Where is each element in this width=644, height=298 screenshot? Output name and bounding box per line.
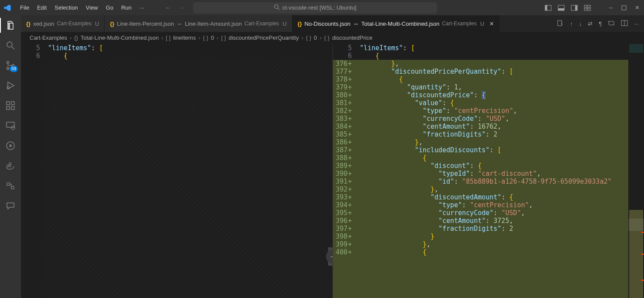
line-number: 388+	[333, 154, 356, 162]
code-line[interactable]: 391+ "id": "85b889b1-a126-4758-9f75-6509…	[333, 178, 644, 185]
code-line[interactable]: 6 {	[333, 52, 644, 60]
timeline-icon[interactable]	[5, 140, 16, 151]
right-code-area[interactable]: 376+ },377+ "discountedPricePerQuantity"…	[333, 60, 644, 298]
maximize-icon[interactable]	[620, 4, 627, 11]
breadcrumb-item[interactable]: Total-Line-Multi-Combined.json	[81, 34, 159, 41]
command-center[interactable]: ct-vscode-rest [WSL: Ubuntu]	[193, 2, 437, 14]
code-line[interactable]: 393+ "discountedAmount": {	[333, 193, 644, 201]
minimap[interactable]	[628, 44, 644, 298]
diff-arrow-icon: ↔	[176, 21, 182, 27]
title-layout-controls: ─ ✕	[545, 4, 641, 11]
menu-run[interactable]: Run	[118, 3, 135, 13]
code-line[interactable]: 398+ }	[333, 233, 644, 240]
code-line[interactable]: 386+ },	[333, 138, 644, 146]
code-line[interactable]: 385+ "fractionDigits": 2	[333, 130, 644, 138]
line-content: }	[356, 233, 435, 240]
nav-forward-icon[interactable]: →	[179, 4, 184, 11]
breadcrumb-item[interactable]: 0	[314, 34, 317, 41]
code-line[interactable]: 384+ "centAmount": 16762,	[333, 123, 644, 130]
go-to-file-icon[interactable]	[557, 20, 564, 28]
menu-view[interactable]: View	[82, 3, 102, 13]
menu-selection[interactable]: Selection	[51, 3, 81, 13]
tab[interactable]: {}No-Discounts.json↔Total-Line-Multi-Com…	[292, 15, 500, 32]
search-activity-icon[interactable]	[5, 40, 16, 51]
line-content: "lineItems": [	[44, 44, 103, 52]
tab-folder: Cart-Examples	[442, 21, 477, 27]
close-window-icon[interactable]: ✕	[634, 4, 641, 11]
code-line[interactable]: 388+ {	[333, 154, 644, 162]
menu-file[interactable]: File	[17, 3, 33, 13]
layout-sidebar-right-icon[interactable]	[571, 4, 578, 11]
code-line[interactable]: 389+ "discount": {	[333, 162, 644, 170]
tab[interactable]: {}Line-Item-Percent.json↔Line-Item-Amoun…	[105, 15, 292, 32]
more-actions-icon[interactable]: ···	[634, 21, 639, 27]
code-line[interactable]: 396+ "centAmount": 3725,	[333, 217, 644, 225]
breadcrumb[interactable]: Cart-Examples›{}Total-Line-Multi-Combine…	[21, 32, 644, 44]
layout-sidebar-left-icon[interactable]	[545, 4, 552, 11]
line-number: 6	[21, 52, 44, 60]
layout-panel-icon[interactable]	[558, 4, 565, 11]
code-line[interactable]: 376+ },	[333, 60, 644, 68]
code-line[interactable]: 394+ "type": "centPrecision",	[333, 201, 644, 209]
tab[interactable]: {}xed.jsonCart-ExamplesU	[21, 15, 105, 32]
run-debug-icon[interactable]	[5, 80, 16, 91]
breadcrumb-item[interactable]: discountedPricePerQuantity	[228, 34, 298, 41]
diff-right-pane: → 5"lineItems": [6 { 376+ },377+ "discou…	[333, 44, 644, 298]
code-line[interactable]: 377+ "discountedPricePerQuantity": [	[333, 68, 644, 75]
svg-point-13	[7, 42, 12, 47]
breadcrumb-item[interactable]: Cart-Examples	[30, 34, 67, 41]
command-center-label: ct-vscode-rest [WSL: Ubuntu]	[282, 4, 356, 11]
line-content: "lineItems": [	[356, 44, 415, 52]
code-line[interactable]: 379+ "quantity": 1,	[333, 83, 644, 91]
next-change-icon[interactable]: ↓	[579, 21, 582, 27]
split-icon[interactable]	[621, 20, 628, 28]
whitespace-icon[interactable]: ¶	[599, 21, 602, 27]
code-line[interactable]: 387+ "includedDiscounts": [	[333, 146, 644, 154]
code-line[interactable]: 381+ "value": {	[333, 99, 644, 107]
line-content: },	[356, 138, 423, 146]
customize-layout-icon[interactable]	[584, 4, 591, 11]
line-number: 384+	[333, 123, 356, 130]
tab-title: xed.json	[33, 21, 54, 27]
code-line[interactable]: 395+ "currencyCode": "USD",	[333, 209, 644, 217]
code-line[interactable]: 399+ },	[333, 240, 644, 248]
code-line[interactable]: 390+ "typeId": "cart-discount",	[333, 170, 644, 178]
remote-explorer-icon[interactable]	[5, 120, 16, 131]
chat-icon[interactable]	[5, 200, 16, 212]
breadcrumb-item[interactable]: 0	[211, 34, 214, 41]
code-line[interactable]: 5"lineItems": [	[21, 44, 332, 52]
prev-change-icon[interactable]: ↑	[570, 21, 573, 27]
code-line[interactable]: 392+ },	[333, 185, 644, 193]
svg-line-1	[278, 8, 280, 10]
code-line[interactable]: 6 {	[21, 52, 332, 60]
line-number: 381+	[333, 99, 356, 107]
code-line[interactable]: 378+ {	[333, 75, 644, 83]
left-code-area[interactable]	[21, 60, 332, 298]
svg-rect-23	[11, 102, 14, 105]
menu-···[interactable]: ···	[136, 3, 148, 13]
docker-icon[interactable]	[5, 160, 16, 171]
code-line[interactable]: 400+ {	[333, 248, 644, 256]
json-icon: {}	[298, 21, 302, 27]
minimize-icon[interactable]: ─	[607, 4, 614, 11]
breadcrumb-item[interactable]: discountedPrice	[332, 34, 373, 41]
code-line[interactable]: 382+ "type": "centPrecision",	[333, 107, 644, 115]
extensions-icon[interactable]	[5, 100, 16, 111]
source-control-icon[interactable]: 59	[5, 60, 16, 71]
svg-point-25	[11, 126, 15, 130]
menu-edit[interactable]: Edit	[34, 3, 50, 13]
code-line[interactable]: 397+ "fractionDigits": 2	[333, 225, 644, 233]
ports-icon[interactable]	[5, 180, 16, 192]
code-line[interactable]: 383+ "currencyCode": "USD",	[333, 115, 644, 123]
close-tab-icon[interactable]: ✕	[489, 21, 494, 27]
code-line[interactable]: 5"lineItems": [	[333, 44, 644, 52]
swap-icon[interactable]: ⇄	[588, 21, 593, 27]
line-content: "includedDiscounts": [	[356, 146, 502, 154]
breadcrumb-separator-icon: ›	[70, 34, 71, 41]
map-icon[interactable]	[608, 20, 615, 28]
nav-back-icon[interactable]: ←	[165, 4, 171, 11]
breadcrumb-item[interactable]: lineItems	[173, 34, 196, 41]
menu-go[interactable]: Go	[102, 3, 117, 13]
explorer-icon[interactable]	[5, 20, 16, 31]
code-line[interactable]: 380+ "discountedPrice": {	[333, 91, 644, 99]
